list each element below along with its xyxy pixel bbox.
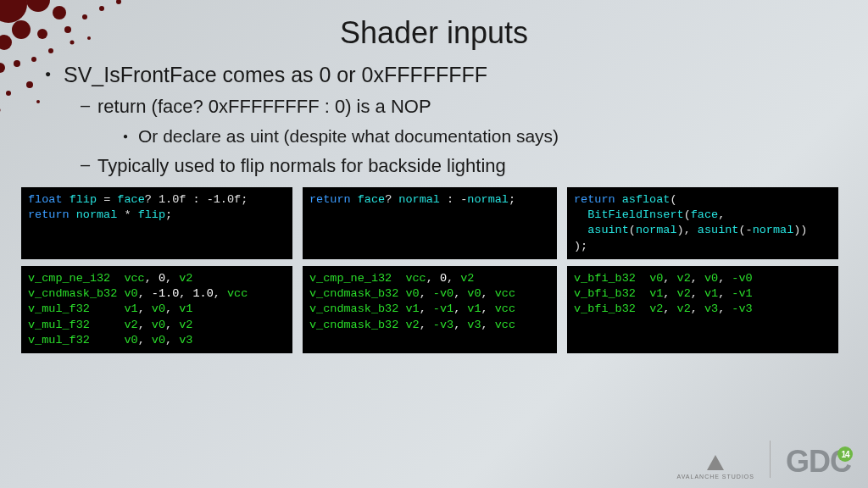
gdc-logo: GDC 14 [786,444,851,480]
footer-logos: AVALANCHE STUDIOS GDC 14 [677,441,851,480]
hlsl-snippet-1: float flip = face? 1.0f : -1.0f; return … [21,187,292,259]
code-grid: float flip = face? 1.0f : -1.0f; return … [21,187,826,353]
bullet-level2: Typically used to flip normals for backs… [47,152,826,182]
asm-snippet-2: v_cmp_ne_i32 vcc, 0, v2 v_cndmask_b32 v0… [303,266,557,353]
asm-snippet-1: v_cmp_ne_i32 vcc, 0, v2 v_cndmask_b32 v0… [21,266,292,353]
bullet-level3: Or declare as uint (despite what documen… [47,123,826,152]
asm-snippet-3: v_bfi_b32 v0, v2, v0, -v0 v_bfi_b32 v1, … [567,266,838,353]
hlsl-snippet-3: return asfloat( BitFieldInsert(face, asu… [567,187,838,259]
gdc-year-badge: 14 [837,446,853,462]
hlsl-snippet-2: return face? normal : -normal; [303,187,557,259]
logo-divider [770,441,771,478]
slide-title: Shader inputs [0,0,868,59]
slide-body: SV_IsFrontFace comes as 0 or 0xFFFFFFFF … [0,59,868,353]
avalanche-logo: AVALANCHE STUDIOS [677,453,754,480]
bullet-level1: SV_IsFrontFace comes as 0 or 0xFFFFFFFF [47,59,826,92]
bullet-level2: return (face? 0xFFFFFFFF : 0) is a NOP [47,92,826,123]
